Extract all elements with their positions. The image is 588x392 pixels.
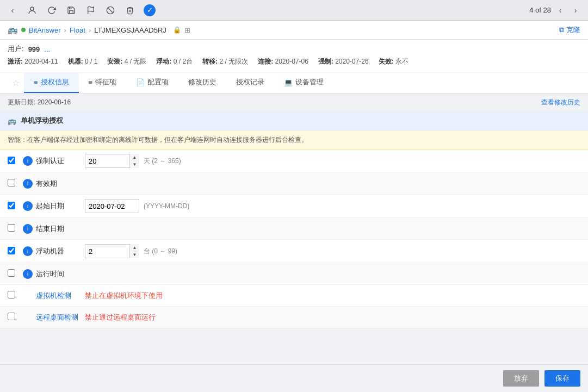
tab-history[interactable]: 修改历史 — [178, 72, 226, 93]
text-input-2[interactable] — [85, 199, 139, 213]
tab-icon-config: 📄 — [136, 78, 145, 86]
meta-item: 转移: 2 / 无限次 — [202, 57, 248, 66]
breadcrumb-float[interactable]: Float — [70, 26, 85, 34]
section-title: 单机浮动授权 — [21, 116, 63, 126]
field-label-6[interactable]: 虚拟机检测 — [36, 291, 85, 301]
checkbox-2[interactable] — [8, 202, 23, 211]
form-row: 远程桌面检测禁止通过远程桌面运行 — [0, 307, 588, 328]
form-row: 虚拟机检测禁止在虚拟机环境下使用 — [0, 285, 588, 307]
field-hint-0: 天 (2 ～ 365) — [144, 157, 181, 166]
breadcrumb-id: LTJMEXGSJAAAD5RJ — [94, 26, 166, 34]
section-van-icon: 🚌 — [8, 117, 16, 125]
lock-icon: 🔒 — [173, 26, 181, 34]
field-disabled-6: 禁止在虚拟机环境下使用 — [85, 291, 163, 301]
clone-icon: ⧉ — [559, 26, 564, 34]
field-disabled-7: 禁止通过远程桌面运行 — [85, 313, 156, 322]
next-page-button[interactable]: › — [570, 4, 581, 16]
tab-star-icon[interactable]: ☆ — [8, 73, 24, 92]
field-label-3: 结束日期 — [36, 224, 85, 234]
clone-label: 克隆 — [566, 25, 580, 35]
view-history-link[interactable]: 查看修改历史 — [541, 98, 580, 107]
back-icon[interactable]: ‹ — [7, 4, 18, 16]
smart-info: 智能：在客户端保存经过加密和绑定的离线许可数据，但在客户端连网时自动连接服务器进… — [0, 130, 588, 150]
tab-config[interactable]: 📄配置项 — [126, 72, 178, 93]
checkbox-6[interactable] — [8, 291, 23, 300]
info-icon-5: i — [23, 269, 33, 279]
field-value-0: ▲▼天 (2 ～ 365) — [85, 154, 580, 168]
spinner-up-0[interactable]: ▲ — [130, 154, 139, 161]
form-row: i起始日期(YYYY-MM-DD) — [0, 195, 588, 218]
update-date-label: 更新日期: — [8, 98, 35, 106]
field-label-7[interactable]: 远程桌面检测 — [36, 313, 85, 322]
tab-icon-features: ≡ — [89, 78, 93, 86]
checkbox-3[interactable] — [8, 224, 23, 233]
section: 🚌 单机浮动授权 智能：在客户端保存经过加密和绑定的离线许可数据，但在客户端连网… — [0, 111, 588, 328]
svg-point-0 — [30, 7, 34, 10]
prev-page-button[interactable]: ‹ — [554, 4, 566, 16]
form-row: i运行时间 — [0, 263, 588, 285]
breadcrumb-van-icon: 🚌 — [8, 25, 18, 35]
checkbox-input-7[interactable] — [8, 313, 15, 320]
spinner-0[interactable]: ▲▼ — [85, 154, 139, 168]
info-icon-3: i — [23, 224, 33, 234]
meta-item: 连接: 2020-07-06 — [258, 57, 308, 66]
tab-features[interactable]: ≡特征项 — [79, 72, 127, 93]
clone-button[interactable]: ⧉ 克隆 — [559, 25, 580, 35]
refresh-icon[interactable] — [46, 4, 58, 16]
checkbox-input-3[interactable] — [8, 224, 15, 232]
field-label-0: 强制认证 — [36, 156, 85, 166]
form-row: i结束日期 — [0, 218, 588, 240]
tab-auth-info[interactable]: ≡授权信息 — [24, 72, 79, 93]
form-rows: i强制认证▲▼天 (2 ～ 365)i有效期i起始日期(YYYY-MM-DD)i… — [0, 150, 588, 328]
field-value-6: 禁止在虚拟机环境下使用 — [85, 291, 580, 301]
meta-item: 强制: 2020-07-26 — [318, 57, 369, 66]
info-bar: 用户: 999 ... 激活: 2020-04-11机器: 0 / 1安装: 4… — [0, 40, 588, 72]
field-label-1: 有效期 — [36, 179, 85, 189]
checkbox-1[interactable] — [8, 179, 23, 188]
user-label: 用户: — [8, 44, 24, 54]
spinner-down-0[interactable]: ▼ — [130, 161, 139, 168]
spinner-up-4[interactable]: ▲ — [130, 244, 139, 251]
field-label-2: 起始日期 — [36, 201, 85, 211]
tabs-bar: ☆ ≡授权信息≡特征项📄配置项修改历史授权记录💻设备管理 — [0, 72, 588, 94]
tab-label-auth-records: 授权记录 — [236, 77, 264, 87]
checkbox-input-6[interactable] — [8, 291, 15, 298]
update-date: 更新日期: 2020-08-16 — [8, 98, 71, 107]
checkbox-5[interactable] — [8, 269, 23, 278]
info-icon-2: i — [23, 201, 33, 211]
form-row: i有效期 — [0, 173, 588, 195]
svg-line-3 — [108, 8, 113, 13]
field-value-4: ▲▼台 (0 ～ 99) — [85, 244, 580, 258]
delete-icon[interactable] — [124, 4, 136, 16]
checkbox-input-4[interactable] — [8, 247, 15, 254]
meta-row: 激活: 2020-04-11机器: 0 / 1安装: 4 / 无限浮动: 0 /… — [8, 57, 580, 66]
flag-icon[interactable] — [85, 4, 97, 16]
checkbox-7[interactable] — [8, 313, 23, 322]
tab-icon-device-mgmt: 💻 — [284, 78, 293, 86]
field-label-4: 浮动机器 — [36, 246, 85, 256]
checkbox-input-1[interactable] — [8, 179, 15, 186]
tab-auth-records[interactable]: 授权记录 — [226, 72, 274, 93]
info-icon-1: i — [23, 179, 33, 189]
checkbox-0[interactable] — [8, 157, 23, 166]
checkbox-input-2[interactable] — [8, 202, 15, 209]
update-bar: 更新日期: 2020-08-16 查看修改历史 — [0, 94, 588, 111]
save-icon[interactable] — [65, 4, 77, 16]
user-more-button[interactable]: ... — [44, 45, 50, 53]
tab-device-mgmt[interactable]: 💻设备管理 — [274, 72, 333, 93]
check-icon[interactable]: ✓ — [144, 4, 156, 16]
content-area: 更新日期: 2020-08-16 查看修改历史 🚌 单机浮动授权 智能：在客户端… — [0, 94, 588, 328]
breadcrumb-bitanswer[interactable]: BitAnswer — [29, 26, 61, 34]
spinner-4[interactable]: ▲▼ — [85, 244, 139, 258]
tab-label-device-mgmt: 设备管理 — [295, 77, 324, 87]
ban-icon[interactable] — [104, 4, 116, 16]
pagination: 4 of 28 ‹ › — [529, 4, 581, 16]
breadcrumb: 🚌 BitAnswer › Float › LTJMEXGSJAAAD5RJ 🔒… — [0, 21, 588, 40]
grid-icon[interactable]: ⊞ — [184, 26, 190, 34]
spinner-down-4[interactable]: ▼ — [130, 251, 139, 258]
checkbox-input-5[interactable] — [8, 269, 15, 277]
checkbox-4[interactable] — [8, 247, 23, 256]
meta-item: 失效: 永不 — [379, 57, 408, 66]
checkbox-input-0[interactable] — [8, 157, 15, 164]
user-icon[interactable] — [26, 4, 38, 16]
